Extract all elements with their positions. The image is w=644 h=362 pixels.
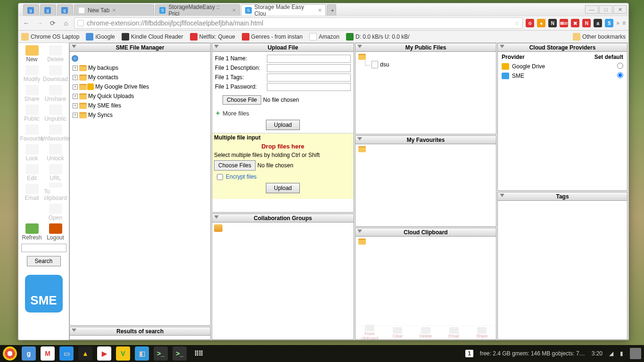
close-icon[interactable]: × (112, 7, 116, 14)
collapse-icon[interactable] (214, 45, 219, 48)
bookmark[interactable]: iGoogle (86, 33, 115, 41)
menu-icon[interactable]: ≡ (622, 20, 626, 26)
folder-icon[interactable] (358, 146, 366, 152)
search-input[interactable] (21, 244, 66, 252)
tab-1[interactable]: g (40, 4, 56, 16)
youtube-icon[interactable]: ▶ (97, 346, 111, 361)
provider-name[interactable]: SME (512, 73, 524, 79)
terminal2-icon[interactable]: >_ (173, 346, 187, 361)
provider-name[interactable]: Google Drive (512, 63, 545, 70)
files-icon[interactable]: ▭ (59, 346, 74, 361)
ext-icon[interactable]: ✖ (571, 19, 579, 27)
ext-icon[interactable]: N (582, 19, 591, 27)
collapse-icon[interactable] (500, 45, 504, 48)
tab-5[interactable]: SStorage Made Easy Clou× (241, 4, 326, 16)
expand-icon[interactable]: + (73, 84, 78, 90)
ext-icon[interactable]: a (594, 19, 602, 27)
expand-icon[interactable]: + (73, 75, 78, 80)
more-files-link[interactable]: +More files (216, 109, 354, 117)
home-button[interactable]: ⌂ (61, 18, 71, 28)
gmail-icon[interactable]: M (41, 346, 55, 361)
default-radio[interactable] (617, 63, 623, 69)
upload-button[interactable]: Upload (266, 120, 300, 130)
sidebar-refresh[interactable]: Refresh (21, 222, 43, 241)
close-button[interactable]: ✕ (613, 5, 627, 14)
public-file-name[interactable]: dsu (380, 61, 389, 68)
bookmark[interactable]: D: 0.0 kB/s U: 0.0 kB/ (346, 33, 410, 41)
battery-icon[interactable]: ▮ (620, 350, 623, 357)
expand-icon[interactable]: + (73, 113, 78, 118)
tree-item[interactable]: +My Google Drive files (71, 82, 209, 91)
file-icon[interactable] (372, 61, 378, 68)
upload-button-2[interactable]: Upload (266, 183, 300, 193)
bookmark[interactable]: Netflix: Queue (190, 33, 235, 41)
other-bookmarks[interactable]: Other bookmarks (573, 33, 626, 41)
encrypt-link[interactable]: Encrypt files (226, 173, 256, 180)
default-radio[interactable] (617, 72, 623, 78)
tree-item[interactable]: +My contacts (71, 73, 209, 82)
sidebar-logout[interactable]: Logout (44, 222, 67, 241)
upload-input[interactable] (267, 55, 351, 63)
apps-grid-icon[interactable]: ⠿⠿ (191, 346, 206, 361)
tree-item[interactable]: +My backups (71, 63, 209, 73)
ext-icon[interactable]: ✉22 (560, 19, 568, 27)
dropzone[interactable]: Multiple file input Drop files here Sele… (212, 133, 354, 199)
group-icon[interactable] (214, 224, 223, 232)
sidebar-new[interactable]: New (21, 44, 43, 63)
maximize-button[interactable]: □ (599, 5, 612, 14)
tree-item[interactable]: +My SME files (71, 101, 209, 110)
reload-button[interactable]: ⟳ (48, 18, 58, 28)
close-icon[interactable]: × (232, 7, 236, 14)
tab-3[interactable]: New Tab× (74, 4, 154, 16)
collapse-icon[interactable] (500, 194, 504, 197)
folder-icon[interactable] (358, 54, 366, 60)
bookmark[interactable]: Chrome OS Laptop (21, 33, 79, 41)
collapse-icon[interactable] (72, 329, 76, 332)
ext-icon[interactable]: S (605, 19, 613, 27)
expand-icon[interactable]: + (73, 66, 78, 71)
terminal-icon[interactable]: >_ (154, 346, 168, 361)
collapse-icon[interactable] (357, 45, 362, 48)
collapse-icon[interactable] (214, 215, 219, 219)
tab-4[interactable]: SStorageMadeEasy :: Prici× (155, 4, 240, 16)
encrypt-checkbox[interactable] (217, 174, 223, 180)
new-tab-button[interactable]: + (327, 4, 336, 16)
back-button[interactable]: ← (21, 18, 32, 28)
address-bar[interactable]: ☆ (74, 17, 523, 29)
upload-input[interactable] (267, 74, 351, 82)
app-icon[interactable]: ◧ (135, 346, 149, 361)
star-icon[interactable]: ☆ (514, 20, 520, 26)
globe-icon[interactable] (72, 55, 78, 62)
ext-icon[interactable]: N (548, 19, 557, 27)
forward-button[interactable]: → (34, 18, 45, 28)
tab-2[interactable]: g (57, 4, 73, 16)
tree-item[interactable]: +My Quick Uploads (71, 91, 209, 101)
bookmark[interactable]: Amazon (309, 33, 339, 41)
notification-badge[interactable]: 1 (465, 350, 473, 357)
collapse-icon[interactable] (357, 137, 362, 140)
choose-file-button[interactable]: Choose File (223, 95, 261, 105)
collapse-icon[interactable] (357, 230, 362, 233)
bookmark[interactable]: Kindle Cloud Reader (122, 33, 183, 41)
choose-files-button[interactable]: Choose Files (214, 160, 256, 171)
close-icon[interactable]: × (318, 7, 322, 14)
collapse-icon[interactable] (72, 45, 76, 48)
ext-icon[interactable]: ● (537, 19, 545, 27)
vnc-icon[interactable]: V (116, 346, 130, 361)
upload-input[interactable] (267, 83, 351, 91)
wifi-icon[interactable]: ◢ (609, 350, 613, 357)
tree-item[interactable]: +My Syncs (71, 110, 209, 120)
expand-icon[interactable]: + (73, 103, 78, 108)
folder-icon[interactable] (358, 239, 366, 245)
url-input[interactable] (87, 19, 512, 27)
drive-icon[interactable]: ▲ (78, 346, 92, 361)
chevron-right-icon[interactable]: » (616, 20, 619, 26)
user-avatar[interactable] (630, 348, 641, 359)
expand-icon[interactable]: + (73, 94, 78, 99)
search-button[interactable]: Search (27, 256, 61, 266)
bookmark[interactable]: Genres - from instan (242, 33, 303, 41)
ext-icon[interactable]: ⦸ (526, 19, 534, 27)
chrome-icon[interactable] (3, 346, 17, 361)
tab-0[interactable]: g (23, 4, 39, 16)
minimize-button[interactable]: — (585, 5, 598, 14)
